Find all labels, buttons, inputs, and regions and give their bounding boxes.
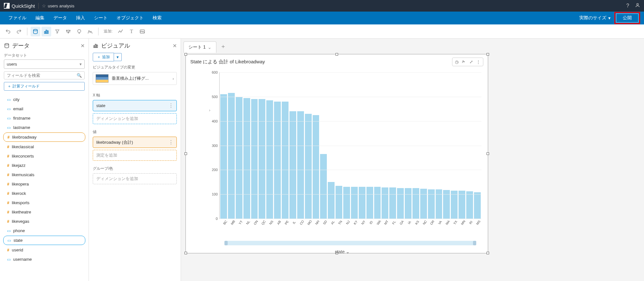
themes-toggle[interactable] — [85, 27, 95, 36]
chart-scrollbar[interactable] — [224, 241, 476, 245]
bar[interactable] — [359, 187, 365, 219]
bar[interactable] — [266, 100, 273, 219]
bar[interactable] — [328, 182, 335, 219]
field-username[interactable]: ▭username — [3, 255, 85, 264]
publish-button[interactable]: 公開 — [616, 14, 639, 23]
field-likeopera[interactable]: #likeopera — [3, 180, 85, 188]
add-visual-dropdown[interactable]: ▾ — [114, 53, 122, 61]
field-userid[interactable]: #userid — [3, 246, 85, 254]
bar[interactable] — [351, 187, 358, 219]
menu-edit[interactable]: 編集 — [31, 15, 49, 21]
bar[interactable] — [451, 191, 458, 219]
bar[interactable] — [259, 99, 265, 219]
field-firstname[interactable]: ▭firstname — [3, 114, 85, 122]
bar[interactable] — [374, 187, 381, 219]
value-well[interactable]: likebroadway (合計) ⋮ — [93, 137, 177, 148]
bar[interactable] — [289, 111, 296, 219]
value-well-empty[interactable]: 測定を追加 — [93, 150, 177, 161]
bar[interactable] — [305, 114, 312, 219]
xaxis-well-empty[interactable]: ディメンションを追加 — [93, 113, 177, 124]
field-likemusicals[interactable]: #likemusicals — [3, 170, 85, 179]
insights-toggle[interactable] — [74, 27, 84, 36]
chevron-right-icon[interactable]: › — [209, 108, 210, 113]
bar[interactable] — [282, 102, 289, 219]
refresh-icon[interactable]: ◷ — [455, 59, 459, 64]
visual-frame[interactable]: State による 合計 of Likebroadway ◷ ⤢ ⋮ ↳ lik… — [185, 54, 488, 253]
menu-object[interactable]: オブジェクト — [112, 15, 148, 21]
group-well-empty[interactable]: ディメンションを追加 — [93, 173, 177, 184]
bar[interactable] — [474, 192, 481, 219]
visual-panel-toggle[interactable] — [42, 27, 51, 36]
menu-search[interactable]: 検索 — [148, 15, 166, 21]
field-likesports[interactable]: #likesports — [3, 198, 85, 207]
redo-button[interactable] — [14, 27, 24, 36]
bar[interactable] — [243, 98, 250, 219]
filter-toggle[interactable] — [52, 27, 62, 36]
help-icon[interactable]: ? — [626, 3, 629, 9]
close-data-panel[interactable]: ✕ — [80, 43, 85, 49]
bar[interactable] — [220, 94, 227, 219]
menu-data[interactable]: データ — [49, 15, 71, 21]
calc-field-button[interactable]: ＋計算フィールド — [4, 82, 85, 91]
bar[interactable] — [405, 188, 412, 219]
forecast-icon[interactable] — [462, 59, 466, 65]
bar[interactable] — [320, 154, 327, 219]
bar[interactable] — [389, 187, 396, 219]
bar[interactable] — [366, 187, 373, 219]
menu-insert[interactable]: 挿入 — [71, 15, 90, 21]
add-line-button[interactable] — [116, 27, 125, 36]
close-visual-panel[interactable]: ✕ — [173, 43, 177, 49]
field-lastname[interactable]: ▭lastname — [3, 123, 85, 132]
menu-sheet[interactable]: シート — [90, 15, 112, 21]
product-logo[interactable]: QuickSight — [4, 3, 35, 9]
parameters-toggle[interactable] — [63, 27, 73, 36]
viztype-select[interactable]: 垂直積み上げ棒グ... › — [93, 72, 177, 85]
more-icon[interactable]: ⋮ — [168, 139, 173, 145]
more-icon[interactable]: ⋮ — [476, 59, 480, 64]
field-email[interactable]: ▭email — [3, 104, 85, 113]
field-likebroadway[interactable]: #likebroadway — [3, 132, 85, 142]
field-likevegas[interactable]: #likevegas — [3, 217, 85, 226]
field-search[interactable]: 🔍 — [4, 71, 85, 79]
bar[interactable] — [428, 189, 435, 219]
field-likerock[interactable]: #likerock — [3, 189, 85, 198]
bar[interactable] — [436, 189, 442, 219]
add-text-button[interactable]: T — [127, 27, 136, 36]
field-likeclassical[interactable]: #likeclassical — [3, 142, 85, 151]
bar[interactable] — [343, 187, 350, 219]
bar[interactable] — [336, 186, 342, 219]
bar[interactable] — [228, 93, 235, 219]
add-sheet-button[interactable]: ＋ — [218, 40, 229, 53]
undo-button[interactable] — [3, 27, 13, 36]
add-image-button[interactable] — [137, 27, 147, 36]
bar[interactable] — [397, 188, 404, 219]
bar[interactable] — [313, 115, 319, 219]
field-liketheatre[interactable]: #liketheatre — [3, 208, 85, 216]
more-icon[interactable]: ⋮ — [168, 103, 173, 109]
favorite-star-icon[interactable]: ☆ — [42, 3, 46, 8]
field-likejazz[interactable]: #likejazz — [3, 161, 85, 170]
zoom-size-dropdown[interactable]: 実際のサイズ ▾ — [579, 15, 611, 21]
field-phone[interactable]: ▭phone — [3, 226, 85, 235]
bar[interactable] — [297, 111, 304, 219]
field-state[interactable]: ▭state — [3, 236, 85, 245]
chevron-down-icon[interactable]: ⌄ — [208, 45, 212, 50]
field-search-input[interactable] — [7, 73, 77, 78]
xaxis-well[interactable]: state ⋮ — [93, 100, 177, 111]
bar[interactable] — [420, 189, 427, 219]
x-axis-title[interactable]: state ⌄ — [202, 249, 483, 254]
bar[interactable] — [466, 191, 473, 219]
bar[interactable] — [274, 102, 281, 219]
user-icon[interactable] — [635, 3, 640, 9]
add-visual-button[interactable]: ＋追加 — [93, 53, 114, 61]
field-city[interactable]: ▭city — [3, 95, 85, 104]
bar[interactable] — [382, 187, 388, 219]
bar[interactable] — [251, 99, 258, 219]
dataset-select[interactable]: users ▾ — [4, 59, 85, 69]
bar[interactable] — [459, 191, 465, 219]
bar[interactable] — [412, 188, 419, 219]
expand-icon[interactable]: ⤢ — [469, 59, 473, 64]
field-likeconcerts[interactable]: #likeconcerts — [3, 152, 85, 160]
bar[interactable] — [236, 97, 242, 219]
sheet-tab[interactable]: シート 1 ⌄ — [184, 41, 216, 53]
